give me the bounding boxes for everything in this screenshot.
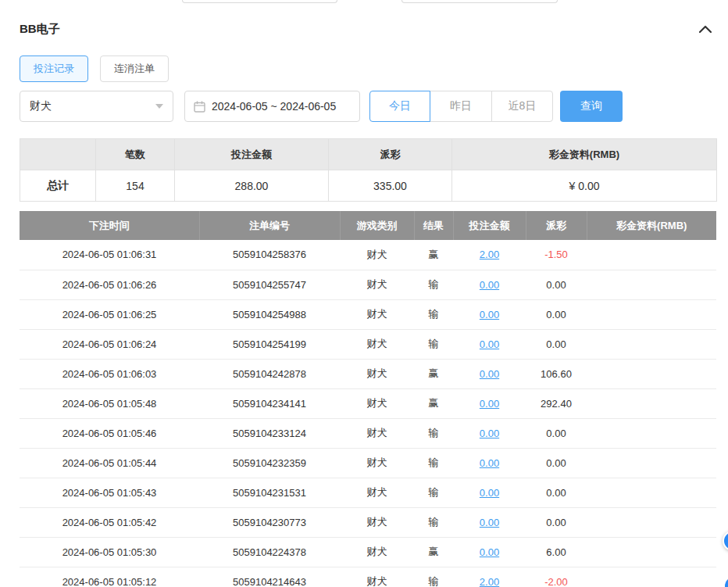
- summary-total-bet: 288.00: [175, 170, 329, 202]
- game-type-cell: 财犬: [340, 388, 414, 418]
- payout-cell: 0.00: [526, 448, 587, 478]
- bet-amount-cell: 0.00: [453, 507, 526, 537]
- record-row: 2024-06-05 01:05:425059104230773财犬输0.000…: [20, 507, 716, 537]
- bet-amount-link[interactable]: 0.00: [480, 338, 499, 350]
- page: BB电子 投注记录 连消注单 财犬: [0, 0, 728, 587]
- game-type-cell: 财犬: [340, 448, 414, 478]
- summary-total-label: 总计: [20, 170, 96, 202]
- record-row: 2024-06-05 01:06:315059104258376财犬赢2.00-…: [20, 240, 716, 270]
- payout-cell: 0.00: [526, 507, 587, 537]
- bet-amount-link[interactable]: 0.00: [480, 279, 499, 291]
- order-id-cell: 5059104255747: [199, 270, 340, 299]
- bonus-cell: [587, 507, 716, 537]
- chevron-down-icon: [155, 104, 163, 109]
- date-range-value: 2024-06-05 ~ 2024-06-05: [212, 100, 336, 113]
- bet-time-cell: 2024-06-05 01:06:26: [20, 270, 199, 299]
- bet-time-cell: 2024-06-05 01:06:31: [20, 240, 199, 270]
- bonus-cell: [587, 418, 716, 448]
- record-row: 2024-06-05 01:05:435059104231531财犬输0.000…: [20, 478, 716, 507]
- bet-amount-link[interactable]: 2.00: [480, 576, 499, 587]
- payout-cell: 0.00: [526, 299, 587, 329]
- bet-amount-link[interactable]: 0.00: [480, 428, 499, 439]
- bonus-cell: [587, 567, 716, 587]
- payout-cell: -1.50: [526, 240, 587, 270]
- quick-today-button[interactable]: 今日: [369, 91, 430, 122]
- result-cell: 输: [414, 448, 453, 478]
- page-title: BB电子: [20, 22, 60, 37]
- top-partial-input-right[interactable]: [401, 0, 558, 3]
- order-id-cell: 5059104234141: [199, 388, 340, 418]
- bet-amount-link[interactable]: 0.00: [480, 517, 499, 528]
- bet-amount-link[interactable]: 0.00: [480, 398, 499, 410]
- payout-cell: 0.00: [526, 418, 587, 448]
- bet-amount-link[interactable]: 0.00: [480, 546, 499, 558]
- payout-cell: 0.00: [526, 270, 587, 299]
- game-type-cell: 财犬: [340, 270, 414, 299]
- bet-amount-link[interactable]: 2.00: [480, 249, 499, 260]
- bet-time-cell: 2024-06-05 01:05:30: [20, 537, 199, 567]
- game-type-cell: 财犬: [340, 537, 414, 567]
- result-cell: 输: [414, 567, 453, 587]
- quick-yesterday-button[interactable]: 昨日: [430, 91, 492, 122]
- bet-amount-link[interactable]: 0.00: [480, 487, 499, 499]
- collapse-section-button[interactable]: [698, 24, 712, 34]
- bet-amount-link[interactable]: 0.00: [480, 368, 499, 380]
- order-id-cell: 5059104254199: [199, 329, 340, 359]
- result-cell: 赢: [414, 388, 453, 418]
- bet-time-cell: 2024-06-05 01:06:24: [20, 329, 199, 359]
- bonus-cell: [587, 478, 716, 507]
- bonus-cell: [587, 448, 716, 478]
- records-header-bet-amount: 投注金额: [453, 211, 526, 240]
- records-header-result: 结果: [414, 211, 453, 240]
- summary-total-row: 总计 154 288.00 335.00 ¥ 0.00: [20, 170, 717, 202]
- record-row: 2024-06-05 01:06:255059104254988财犬输0.000…: [20, 299, 716, 329]
- game-select[interactable]: 财犬: [20, 91, 173, 122]
- bonus-cell: [587, 537, 716, 567]
- query-button[interactable]: 查询: [560, 91, 623, 122]
- record-row: 2024-06-05 01:05:125059104214643财犬输2.00-…: [20, 567, 716, 587]
- bet-amount-link[interactable]: 0.00: [480, 309, 499, 320]
- record-row: 2024-06-05 01:05:465059104233124财犬输0.000…: [20, 418, 716, 448]
- payout-cell: 106.60: [526, 359, 587, 388]
- bonus-cell: [587, 329, 716, 359]
- records-header-bonus: 彩金资料(RMB): [587, 211, 716, 240]
- calendar-icon: [194, 101, 205, 113]
- tab-bet-records[interactable]: 投注记录: [20, 55, 88, 82]
- summary-header-bet: 投注金额: [175, 139, 329, 170]
- game-type-cell: 财犬: [340, 418, 414, 448]
- record-row: 2024-06-05 01:05:445059104232359财犬输0.000…: [20, 448, 716, 478]
- payout-cell: -2.00: [526, 567, 587, 587]
- bet-time-cell: 2024-06-05 01:05:42: [20, 507, 199, 537]
- quick-last8days-button[interactable]: 近8日: [491, 91, 553, 122]
- bet-time-cell: 2024-06-05 01:05:46: [20, 418, 199, 448]
- result-cell: 输: [414, 478, 453, 507]
- game-type-cell: 财犬: [340, 567, 414, 587]
- summary-total-payout: 335.00: [329, 170, 452, 202]
- summary-header-row: 笔数 投注金额 派彩 彩金资料(RMB): [20, 139, 717, 170]
- top-partial-input-left[interactable]: [182, 0, 337, 3]
- result-cell: 赢: [414, 359, 453, 388]
- bet-amount-cell: 0.00: [453, 270, 526, 299]
- date-range-input[interactable]: 2024-06-05 ~ 2024-06-05: [184, 91, 360, 122]
- bet-amount-cell: 2.00: [453, 567, 526, 587]
- record-row: 2024-06-05 01:05:305059104224378财犬赢0.006…: [20, 537, 716, 567]
- summary-header-count: 笔数: [96, 139, 175, 170]
- bet-amount-cell: 0.00: [453, 359, 526, 388]
- order-id-cell: 5059104242878: [199, 359, 340, 388]
- game-type-cell: 财犬: [340, 299, 414, 329]
- bet-amount-link[interactable]: 0.00: [480, 457, 499, 469]
- result-cell: 赢: [414, 240, 453, 270]
- bonus-cell: [587, 388, 716, 418]
- game-type-cell: 财犬: [340, 240, 414, 270]
- bonus-cell: [587, 270, 716, 299]
- tab-cancelled-orders[interactable]: 连消注单: [100, 55, 169, 82]
- result-cell: 输: [414, 270, 453, 299]
- record-row: 2024-06-05 01:05:485059104234141财犬赢0.002…: [20, 388, 716, 418]
- order-id-cell: 5059104258376: [199, 240, 340, 270]
- summary-header-payout: 派彩: [329, 139, 452, 170]
- records-body: 2024-06-05 01:06:315059104258376财犬赢2.00-…: [20, 240, 716, 587]
- section-header: BB电子: [20, 22, 716, 36]
- bet-time-cell: 2024-06-05 01:05:12: [20, 567, 199, 587]
- summary-table: 笔数 投注金额 派彩 彩金资料(RMB) 总计 154 288.00 335.0…: [20, 138, 717, 202]
- bet-time-cell: 2024-06-05 01:06:25: [20, 299, 199, 329]
